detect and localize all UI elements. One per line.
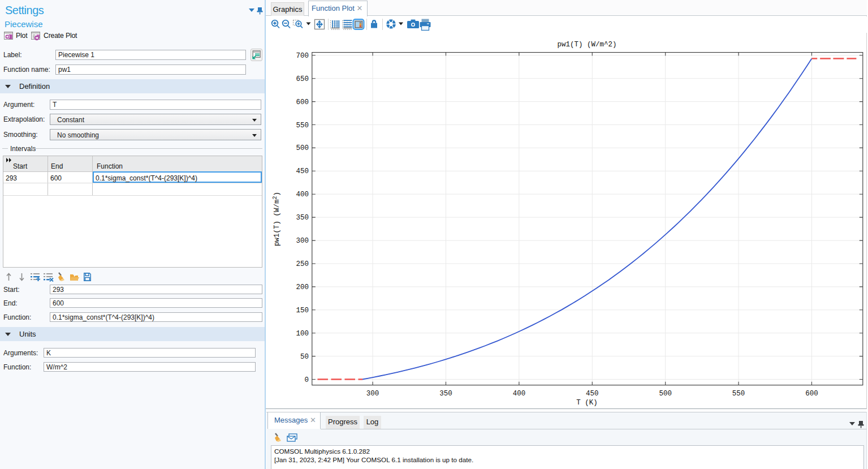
svg-text:450: 450 [586, 390, 599, 398]
svg-text:400: 400 [513, 390, 526, 398]
svg-text:650: 650 [296, 75, 309, 83]
svg-text:350: 350 [439, 390, 452, 398]
svg-text:600: 600 [296, 98, 309, 106]
svg-text:500: 500 [296, 144, 309, 152]
svg-text:600: 600 [805, 390, 818, 398]
svg-text:500: 500 [659, 390, 672, 398]
svg-text:T (K): T (K) [576, 399, 598, 407]
svg-text:450: 450 [296, 167, 309, 175]
svg-text:300: 300 [366, 390, 379, 398]
svg-text:100: 100 [296, 330, 309, 338]
svg-text:200: 200 [296, 283, 309, 291]
svg-text:pw1(T) (W/m2): pw1(T) (W/m2) [272, 192, 281, 246]
svg-text:550: 550 [732, 390, 745, 398]
svg-text:50: 50 [300, 353, 309, 361]
svg-text:700: 700 [296, 52, 309, 60]
svg-text:350: 350 [296, 214, 309, 222]
svg-text:0: 0 [304, 376, 309, 384]
svg-text:550: 550 [296, 122, 309, 130]
svg-text:250: 250 [296, 260, 309, 268]
svg-text:150: 150 [296, 307, 309, 315]
svg-text:400: 400 [296, 191, 309, 199]
svg-text:pw1(T) (W/m^2): pw1(T) (W/m^2) [557, 41, 616, 49]
svg-text:300: 300 [296, 237, 309, 245]
